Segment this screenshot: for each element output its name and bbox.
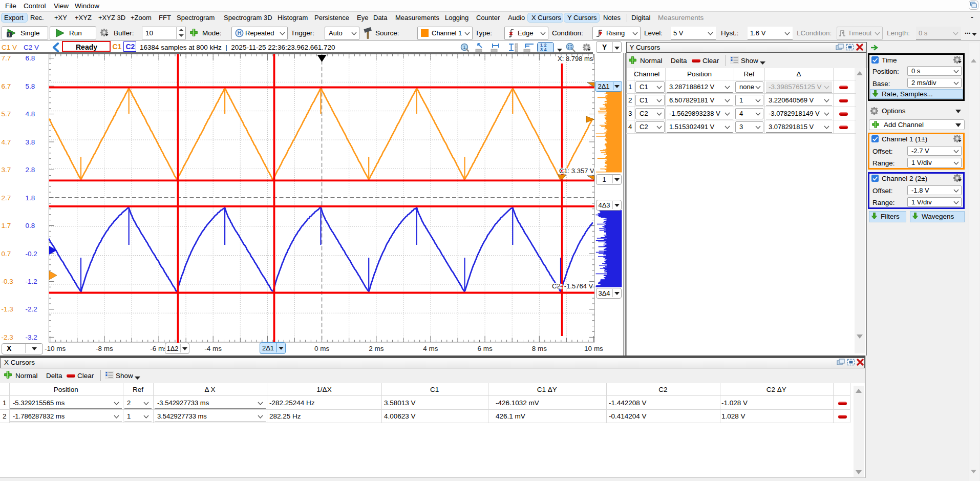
svg-text:1: 1 xyxy=(8,32,10,37)
svg-text:4.7: 4.7 xyxy=(2,138,11,146)
svg-text:H: H xyxy=(238,30,242,36)
svg-text:1: 1 xyxy=(463,45,466,50)
svg-text:6 ms: 6 ms xyxy=(477,345,493,352)
svg-text:3.7: 3.7 xyxy=(2,166,11,174)
svg-text:2 ms: 2 ms xyxy=(369,345,384,352)
svg-text:2.7: 2.7 xyxy=(2,194,11,202)
svg-text:6.8: 6.8 xyxy=(26,54,35,62)
svg-text:-0.2: -0.2 xyxy=(26,250,37,258)
svg-text:X: 8.798 ms: X: 8.798 ms xyxy=(558,55,593,62)
svg-text:4.8: 4.8 xyxy=(26,110,35,118)
svg-text:0.8: 0.8 xyxy=(26,222,35,229)
svg-text:2.8: 2.8 xyxy=(26,166,35,174)
svg-text:1.8: 1.8 xyxy=(26,194,35,202)
svg-text:4 ms: 4 ms xyxy=(423,345,438,352)
svg-text:0 ms: 0 ms xyxy=(314,345,330,352)
svg-text:1.7: 1.7 xyxy=(2,222,11,229)
svg-text:-2.2: -2.2 xyxy=(26,305,37,313)
svg-text:5.8: 5.8 xyxy=(26,82,35,90)
svg-text:0.7: 0.7 xyxy=(2,250,11,258)
svg-text:5.7: 5.7 xyxy=(2,110,11,118)
svg-text:C1: 3.357 V: C1: 3.357 V xyxy=(559,167,594,175)
svg-text:C2: -1.5764 V: C2: -1.5764 V xyxy=(552,282,593,290)
svg-text:10 ms: 10 ms xyxy=(584,345,603,352)
svg-text:-3.2: -3.2 xyxy=(26,333,37,341)
svg-text:8 ms: 8 ms xyxy=(532,345,547,352)
svg-text:-10 ms: -10 ms xyxy=(45,345,66,352)
svg-text:-4 ms: -4 ms xyxy=(204,345,222,352)
svg-text:3.8: 3.8 xyxy=(26,138,35,146)
svg-text:7.7: 7.7 xyxy=(2,54,11,62)
svg-text:-1.2: -1.2 xyxy=(26,278,37,285)
svg-text:6.7: 6.7 xyxy=(2,82,11,90)
svg-text:-0.3: -0.3 xyxy=(2,278,13,285)
svg-text:-8 ms: -8 ms xyxy=(96,345,113,352)
svg-text:-2.3: -2.3 xyxy=(2,333,13,341)
svg-text:-1.3: -1.3 xyxy=(2,305,13,313)
